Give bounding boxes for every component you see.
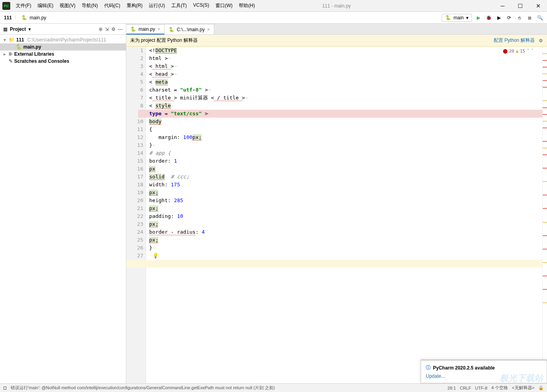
- error-stripe[interactable]: [542, 47, 547, 383]
- debug-button[interactable]: 🐞: [485, 15, 492, 21]
- stripe-mark[interactable]: [543, 60, 547, 61]
- code-line[interactable]: < head >~: [149, 70, 542, 78]
- code-line[interactable]: charset = "utf-8" >~: [149, 86, 542, 94]
- code-line[interactable]: < meta: [149, 78, 542, 86]
- line-number[interactable]: 24: [126, 228, 143, 236]
- line-number[interactable]: 16: [126, 165, 143, 173]
- code-line[interactable]: # app {: [149, 149, 542, 157]
- line-number[interactable]: 25: [126, 236, 143, 244]
- chevron-down-icon[interactable]: ▾: [28, 26, 31, 32]
- lock-icon[interactable]: 🔒: [538, 385, 544, 390]
- tree-item[interactable]: ▾📁111C:\Users\admin\PycharmProjects\111: [0, 36, 126, 43]
- configure-interpreter-link[interactable]: 配置 Python 解释器: [494, 37, 535, 44]
- maximize-button[interactable]: ☐: [511, 0, 529, 12]
- coverage-button[interactable]: ▶: [496, 15, 502, 21]
- line-number[interactable]: 23: [126, 220, 143, 228]
- stripe-mark[interactable]: [543, 249, 547, 249]
- line-number[interactable]: 14: [126, 149, 143, 157]
- code-line[interactable]: solid # ccc;: [149, 173, 542, 181]
- stripe-mark[interactable]: [543, 222, 547, 223]
- code-line[interactable]: < html >~: [149, 62, 542, 70]
- code-editor[interactable]: 1234567891011121314151617181920212223242…: [126, 47, 547, 383]
- code-line[interactable]: padding: 10: [149, 212, 542, 220]
- stripe-mark[interactable]: [543, 168, 547, 169]
- line-number[interactable]: 15: [126, 157, 143, 165]
- search-everywhere-icon[interactable]: 🔍: [537, 15, 543, 21]
- interpreter-status[interactable]: <无解释器>: [512, 385, 534, 391]
- line-number[interactable]: 18: [126, 181, 143, 189]
- code-line[interactable]: height: 285: [149, 197, 542, 204]
- code-line[interactable]: px: [149, 165, 542, 173]
- code-line[interactable]: [126, 260, 547, 268]
- run-button[interactable]: ▶: [475, 15, 481, 21]
- menu-refactor[interactable]: 重构(R): [124, 1, 146, 11]
- stripe-mark[interactable]: [543, 276, 547, 276]
- caret-position[interactable]: 28:1: [448, 386, 456, 390]
- line-number[interactable]: 27: [126, 252, 143, 260]
- status-toggle-icon[interactable]: ◻: [3, 385, 7, 390]
- file-encoding[interactable]: UTF-8: [475, 386, 487, 390]
- close-tab-icon[interactable]: ×: [157, 26, 160, 32]
- stop-button[interactable]: ◼: [526, 15, 533, 21]
- code-line[interactable]: border - radius: 4: [149, 228, 542, 236]
- stripe-mark[interactable]: [543, 154, 547, 155]
- line-number[interactable]: 26: [126, 244, 143, 252]
- menu-run[interactable]: 运行(U): [146, 1, 168, 11]
- profile-button[interactable]: ⟳: [506, 15, 512, 21]
- chevron-up-icon[interactable]: ˆ: [527, 47, 530, 55]
- stripe-mark[interactable]: [543, 73, 547, 74]
- line-number[interactable]: 13: [126, 141, 143, 149]
- code-line[interactable]: < style: [149, 102, 542, 110]
- stripe-mark[interactable]: [543, 181, 547, 182]
- line-separator[interactable]: CRLF: [460, 386, 471, 390]
- line-number-gutter[interactable]: 1234567891011121314151617181920212223242…: [126, 47, 146, 383]
- code-line[interactable]: {: [149, 126, 542, 133]
- locate-icon[interactable]: ⊕: [99, 26, 103, 32]
- close-tab-icon[interactable]: ×: [207, 27, 210, 32]
- line-number[interactable]: 2: [126, 54, 143, 62]
- menu-file[interactable]: 文件(F): [13, 1, 34, 11]
- gear-icon[interactable]: ⚙: [539, 38, 543, 43]
- line-number[interactable]: 11: [126, 126, 143, 133]
- line-number[interactable]: 1: [126, 47, 143, 54]
- inspections-lens[interactable]: ⬤ 20 ▲ 15 ˆ ˇ: [503, 47, 534, 55]
- stripe-mark[interactable]: [543, 195, 547, 195]
- expand-icon[interactable]: ⇲: [105, 26, 109, 32]
- stripe-mark[interactable]: [543, 302, 547, 303]
- line-number[interactable]: 19: [126, 189, 143, 197]
- stripe-mark[interactable]: [543, 100, 547, 101]
- tree-item[interactable]: ✎Scratches and Consoles: [0, 58, 126, 65]
- stripe-mark[interactable]: [543, 107, 547, 108]
- code-line[interactable]: width: 175: [149, 181, 542, 189]
- line-number[interactable]: 5: [126, 78, 143, 86]
- code-line[interactable]: type = "text/css" >~: [138, 110, 547, 118]
- code-line[interactable]: px;: [149, 236, 542, 244]
- line-number[interactable]: 20: [126, 197, 143, 204]
- code-line[interactable]: }~: [149, 141, 542, 149]
- update-link[interactable]: Update...: [426, 373, 542, 379]
- code-line[interactable]: px;: [149, 220, 542, 228]
- hide-icon[interactable]: —: [118, 26, 123, 32]
- line-number[interactable]: 12: [126, 133, 143, 141]
- code-line[interactable]: px;: [149, 189, 542, 197]
- menu-code[interactable]: 代码(C): [101, 1, 124, 11]
- chevron-down-icon[interactable]: ˇ: [531, 47, 534, 55]
- menu-view[interactable]: 视图(V): [56, 1, 79, 11]
- minimize-button[interactable]: ─: [494, 0, 511, 12]
- close-button[interactable]: ✕: [529, 0, 547, 12]
- attach-button[interactable]: ⎋: [516, 15, 523, 21]
- breadcrumb-file[interactable]: main.py: [30, 15, 46, 21]
- tree-item[interactable]: 🐍main.py: [0, 43, 126, 51]
- stripe-mark[interactable]: [543, 128, 547, 128]
- stripe-mark[interactable]: [543, 53, 547, 54]
- stripe-mark[interactable]: [543, 235, 547, 236]
- line-number[interactable]: 17: [126, 173, 143, 181]
- line-number[interactable]: 21: [126, 204, 143, 212]
- stripe-mark[interactable]: [543, 67, 547, 68]
- code-content[interactable]: ⬤ 20 ▲ 15 ˆ ˇ <!DOCTYPEhtml >~< html >~<…: [146, 47, 542, 383]
- code-line[interactable]: html >~: [149, 54, 542, 62]
- settings-icon[interactable]: ⚙: [111, 26, 116, 32]
- editor-tab[interactable]: 🐍main.py×: [126, 24, 165, 35]
- code-line[interactable]: 💡: [149, 252, 542, 260]
- stripe-mark[interactable]: [543, 87, 547, 88]
